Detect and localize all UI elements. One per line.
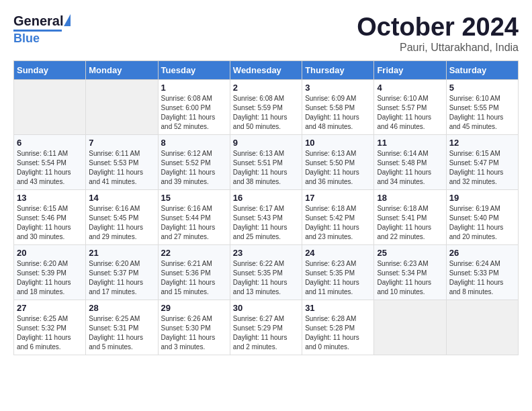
calendar-cell: 28Sunrise: 6:25 AM Sunset: 5:31 PM Dayli… <box>86 300 158 355</box>
day-number: 13 <box>17 193 83 203</box>
day-info: Sunrise: 6:26 AM Sunset: 5:30 PM Dayligh… <box>161 314 227 352</box>
weekday-header-wednesday: Wednesday <box>230 60 302 79</box>
day-number: 1 <box>161 83 227 93</box>
day-info: Sunrise: 6:16 AM Sunset: 5:44 PM Dayligh… <box>161 204 227 242</box>
calendar-cell <box>374 300 446 355</box>
calendar-cell: 20Sunrise: 6:20 AM Sunset: 5:39 PM Dayli… <box>14 244 86 300</box>
calendar-cell: 6Sunrise: 6:11 AM Sunset: 5:54 PM Daylig… <box>14 134 86 189</box>
calendar-week-row: 27Sunrise: 6:25 AM Sunset: 5:32 PM Dayli… <box>14 300 519 355</box>
day-number: 11 <box>377 138 443 148</box>
calendar-cell: 10Sunrise: 6:13 AM Sunset: 5:50 PM Dayli… <box>302 134 374 189</box>
day-info: Sunrise: 6:17 AM Sunset: 5:43 PM Dayligh… <box>233 204 299 242</box>
calendar-cell: 19Sunrise: 6:19 AM Sunset: 5:40 PM Dayli… <box>446 189 518 244</box>
day-number: 12 <box>449 138 515 148</box>
calendar-table: SundayMondayTuesdayWednesdayThursdayFrid… <box>13 60 519 355</box>
day-info: Sunrise: 6:25 AM Sunset: 5:32 PM Dayligh… <box>17 314 83 352</box>
calendar-cell: 27Sunrise: 6:25 AM Sunset: 5:32 PM Dayli… <box>14 300 86 355</box>
day-number: 5 <box>449 83 515 93</box>
calendar-cell: 26Sunrise: 6:24 AM Sunset: 5:33 PM Dayli… <box>446 244 518 300</box>
day-info: Sunrise: 6:20 AM Sunset: 5:37 PM Dayligh… <box>89 259 154 297</box>
day-info: Sunrise: 6:13 AM Sunset: 5:50 PM Dayligh… <box>305 149 371 187</box>
day-number: 29 <box>161 303 227 313</box>
weekday-header-sunday: Sunday <box>14 60 86 79</box>
day-number: 9 <box>233 138 299 148</box>
day-number: 20 <box>17 248 83 258</box>
day-info: Sunrise: 6:18 AM Sunset: 5:41 PM Dayligh… <box>377 204 443 242</box>
day-number: 15 <box>161 193 227 203</box>
weekday-header-friday: Friday <box>374 60 446 79</box>
calendar-cell <box>14 79 86 134</box>
calendar-cell: 29Sunrise: 6:26 AM Sunset: 5:30 PM Dayli… <box>158 300 230 355</box>
day-number: 17 <box>305 193 371 203</box>
day-number: 30 <box>233 303 299 313</box>
day-info: Sunrise: 6:28 AM Sunset: 5:28 PM Dayligh… <box>305 314 371 352</box>
calendar-week-row: 20Sunrise: 6:20 AM Sunset: 5:39 PM Dayli… <box>14 244 519 300</box>
calendar-cell: 31Sunrise: 6:28 AM Sunset: 5:28 PM Dayli… <box>302 300 374 355</box>
day-info: Sunrise: 6:27 AM Sunset: 5:29 PM Dayligh… <box>233 314 299 352</box>
calendar-week-row: 13Sunrise: 6:15 AM Sunset: 5:46 PM Dayli… <box>14 189 519 244</box>
month-title: October 2024 <box>357 13 519 42</box>
day-info: Sunrise: 6:24 AM Sunset: 5:33 PM Dayligh… <box>449 259 515 297</box>
location-text: Pauri, Uttarakhand, India <box>357 42 519 54</box>
calendar-cell: 25Sunrise: 6:23 AM Sunset: 5:34 PM Dayli… <box>374 244 446 300</box>
day-info: Sunrise: 6:21 AM Sunset: 5:36 PM Dayligh… <box>161 259 227 297</box>
calendar-cell: 8Sunrise: 6:12 AM Sunset: 5:52 PM Daylig… <box>158 134 230 189</box>
day-info: Sunrise: 6:08 AM Sunset: 6:00 PM Dayligh… <box>161 94 227 132</box>
calendar-cell: 3Sunrise: 6:09 AM Sunset: 5:58 PM Daylig… <box>302 79 374 134</box>
day-info: Sunrise: 6:15 AM Sunset: 5:46 PM Dayligh… <box>17 204 83 242</box>
day-number: 31 <box>305 303 371 313</box>
calendar-cell: 9Sunrise: 6:13 AM Sunset: 5:51 PM Daylig… <box>230 134 302 189</box>
calendar-cell: 24Sunrise: 6:23 AM Sunset: 5:35 PM Dayli… <box>302 244 374 300</box>
calendar-cell: 11Sunrise: 6:14 AM Sunset: 5:48 PM Dayli… <box>374 134 446 189</box>
calendar-cell: 22Sunrise: 6:21 AM Sunset: 5:36 PM Dayli… <box>158 244 230 300</box>
day-number: 3 <box>305 83 371 93</box>
day-info: Sunrise: 6:15 AM Sunset: 5:47 PM Dayligh… <box>449 149 515 187</box>
calendar-cell <box>86 79 158 134</box>
day-info: Sunrise: 6:11 AM Sunset: 5:54 PM Dayligh… <box>17 149 83 187</box>
day-info: Sunrise: 6:14 AM Sunset: 5:48 PM Dayligh… <box>377 149 443 187</box>
day-info: Sunrise: 6:11 AM Sunset: 5:53 PM Dayligh… <box>89 149 154 187</box>
calendar-cell: 13Sunrise: 6:15 AM Sunset: 5:46 PM Dayli… <box>14 189 86 244</box>
day-number: 7 <box>89 138 154 148</box>
day-info: Sunrise: 6:19 AM Sunset: 5:40 PM Dayligh… <box>449 204 515 242</box>
calendar-cell: 2Sunrise: 6:08 AM Sunset: 5:59 PM Daylig… <box>230 79 302 134</box>
calendar-header-row: SundayMondayTuesdayWednesdayThursdayFrid… <box>14 60 519 79</box>
day-number: 22 <box>161 248 227 258</box>
day-number: 2 <box>233 83 299 93</box>
logo: General Blue <box>13 13 71 46</box>
day-number: 24 <box>305 248 371 258</box>
day-number: 25 <box>377 248 443 258</box>
title-area: October 2024 Pauri, Uttarakhand, India <box>357 13 519 54</box>
day-info: Sunrise: 6:25 AM Sunset: 5:31 PM Dayligh… <box>89 314 154 352</box>
calendar-week-row: 6Sunrise: 6:11 AM Sunset: 5:54 PM Daylig… <box>14 134 519 189</box>
calendar-cell: 12Sunrise: 6:15 AM Sunset: 5:47 PM Dayli… <box>446 134 518 189</box>
day-number: 6 <box>17 138 83 148</box>
day-number: 14 <box>89 193 154 203</box>
weekday-header-saturday: Saturday <box>446 60 518 79</box>
day-info: Sunrise: 6:16 AM Sunset: 5:45 PM Dayligh… <box>89 204 154 242</box>
calendar-cell <box>446 300 518 355</box>
day-info: Sunrise: 6:20 AM Sunset: 5:39 PM Dayligh… <box>17 259 83 297</box>
day-number: 18 <box>377 193 443 203</box>
day-info: Sunrise: 6:10 AM Sunset: 5:57 PM Dayligh… <box>377 94 443 132</box>
calendar-cell: 14Sunrise: 6:16 AM Sunset: 5:45 PM Dayli… <box>86 189 158 244</box>
day-info: Sunrise: 6:13 AM Sunset: 5:51 PM Dayligh… <box>233 149 299 187</box>
calendar-cell: 23Sunrise: 6:22 AM Sunset: 5:35 PM Dayli… <box>230 244 302 300</box>
day-info: Sunrise: 6:09 AM Sunset: 5:58 PM Dayligh… <box>305 94 371 132</box>
calendar-cell: 18Sunrise: 6:18 AM Sunset: 5:41 PM Dayli… <box>374 189 446 244</box>
calendar-cell: 15Sunrise: 6:16 AM Sunset: 5:44 PM Dayli… <box>158 189 230 244</box>
calendar-cell: 1Sunrise: 6:08 AM Sunset: 6:00 PM Daylig… <box>158 79 230 134</box>
logo-blue-text: Blue <box>13 32 40 46</box>
calendar-cell: 4Sunrise: 6:10 AM Sunset: 5:57 PM Daylig… <box>374 79 446 134</box>
calendar-week-row: 1Sunrise: 6:08 AM Sunset: 6:00 PM Daylig… <box>14 79 519 134</box>
weekday-header-tuesday: Tuesday <box>158 60 230 79</box>
day-number: 27 <box>17 303 83 313</box>
calendar-cell: 16Sunrise: 6:17 AM Sunset: 5:43 PM Dayli… <box>230 189 302 244</box>
day-info: Sunrise: 6:10 AM Sunset: 5:55 PM Dayligh… <box>449 94 515 132</box>
calendar-cell: 5Sunrise: 6:10 AM Sunset: 5:55 PM Daylig… <box>446 79 518 134</box>
day-info: Sunrise: 6:18 AM Sunset: 5:42 PM Dayligh… <box>305 204 371 242</box>
day-number: 19 <box>449 193 515 203</box>
day-info: Sunrise: 6:08 AM Sunset: 5:59 PM Dayligh… <box>233 94 299 132</box>
day-info: Sunrise: 6:22 AM Sunset: 5:35 PM Dayligh… <box>233 259 299 297</box>
weekday-header-thursday: Thursday <box>302 60 374 79</box>
